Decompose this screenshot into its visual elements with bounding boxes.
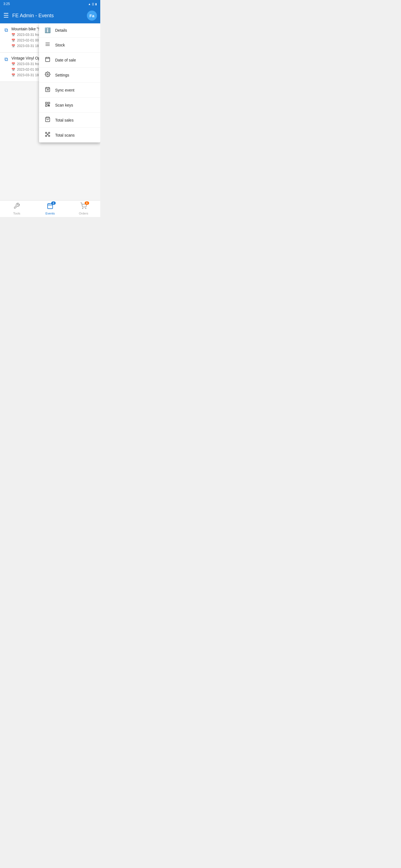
svg-rect-17 (49, 132, 50, 133)
svg-rect-12 (46, 102, 47, 104)
status-time: 3:25 (3, 2, 10, 6)
settings-icon (45, 71, 51, 79)
avatar[interactable]: Fa (87, 10, 97, 21)
menu-item-total-scans[interactable]: Total scans (39, 128, 100, 143)
settings-label: Settings (55, 73, 69, 78)
sync-event-icon (45, 87, 51, 93)
orders-badge: 6 (85, 202, 89, 205)
app-bar-title: FE Admin - Events (12, 13, 87, 19)
svg-rect-14 (46, 105, 47, 106)
svg-rect-3 (46, 57, 50, 61)
scan-keys-label: Scan keys (55, 103, 73, 107)
main-content: ⧉ Mountain bike "Steep hill" 2... 📅 2023… (0, 23, 100, 200)
menu-icon[interactable]: ☰ (3, 12, 9, 19)
sync-event-label: Sync event (55, 88, 74, 92)
signal-icon: ||| (92, 2, 94, 6)
svg-point-25 (85, 208, 86, 209)
menu-item-details[interactable]: ℹ️ Details (39, 23, 100, 37)
date-of-sale-label: Date of sale (55, 58, 76, 62)
tools-nav-icon (13, 203, 20, 211)
wifi-icon: ▲ (88, 2, 91, 6)
menu-item-total-sales[interactable]: Total sales (39, 113, 100, 128)
date-of-sale-icon (45, 57, 51, 63)
status-bar: 3:25 ▲ ||| ▮ (0, 0, 100, 8)
svg-rect-19 (47, 134, 48, 135)
status-bar-left: 3:25 (3, 2, 10, 6)
svg-rect-16 (46, 132, 47, 133)
menu-item-date-of-sale[interactable]: Date of sale (39, 53, 100, 68)
svg-rect-18 (46, 135, 47, 136)
tools-nav-label: Tools (13, 212, 20, 215)
total-scans-label: Total scans (55, 133, 75, 137)
menu-item-scan-keys[interactable]: Scan keys (39, 98, 100, 113)
menu-item-settings[interactable]: Settings (39, 68, 100, 83)
total-sales-icon (45, 117, 51, 124)
menu-item-stock[interactable]: Stock (39, 37, 100, 53)
svg-rect-13 (48, 102, 50, 104)
events-nav-label: Events (46, 212, 55, 215)
nav-item-orders[interactable]: 6 Orders (67, 201, 100, 217)
total-sales-label: Total sales (55, 118, 74, 122)
scan-keys-icon (45, 101, 51, 108)
stock-icon (45, 41, 51, 49)
events-badge-container: 2 (47, 203, 54, 211)
orders-nav-label: Orders (79, 212, 88, 215)
status-bar-right: ▲ ||| ▮ (88, 2, 97, 6)
svg-point-7 (47, 74, 49, 75)
context-menu: ℹ️ Details Stock (39, 23, 100, 143)
details-icon: ℹ️ (45, 27, 51, 33)
svg-point-24 (82, 208, 83, 209)
bottom-nav: Tools 2 Events (0, 200, 100, 217)
menu-overlay[interactable]: ℹ️ Details Stock (0, 23, 100, 200)
events-badge: 2 (51, 202, 56, 205)
total-scans-icon (45, 132, 51, 138)
menu-item-sync-event[interactable]: Sync event (39, 83, 100, 98)
app-bar: ☰ FE Admin - Events Fa (0, 8, 100, 23)
nav-item-events[interactable]: 2 Events (33, 201, 67, 217)
nav-item-tools[interactable]: Tools (0, 201, 33, 217)
battery-icon: ▮ (95, 2, 97, 6)
orders-badge-container: 6 (80, 203, 87, 211)
stock-label: Stock (55, 43, 65, 47)
details-label: Details (55, 28, 67, 33)
